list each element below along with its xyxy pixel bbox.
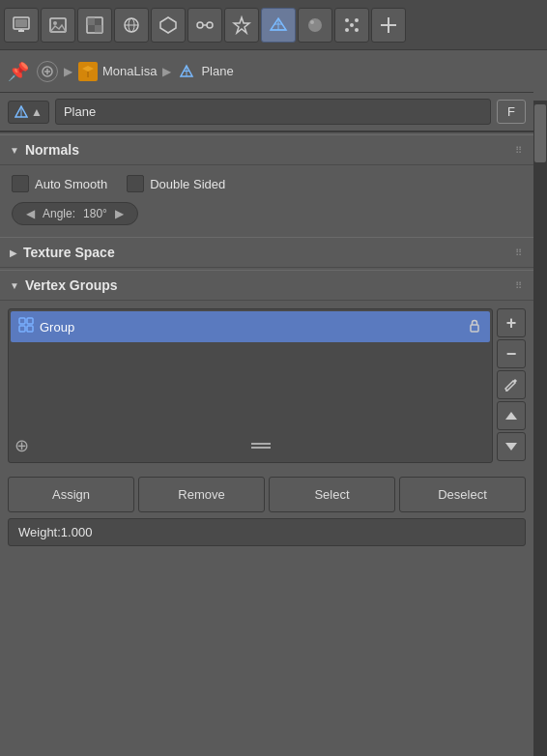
particle-icon[interactable] xyxy=(334,8,369,43)
toolbar xyxy=(0,0,547,50)
texture-icon[interactable] xyxy=(77,8,112,43)
svg-rect-1 xyxy=(15,19,27,27)
weight-bar[interactable]: Weight: 1.000 xyxy=(8,518,526,546)
svg-point-14 xyxy=(207,22,213,28)
object-icon[interactable] xyxy=(151,8,186,43)
physics-icon[interactable] xyxy=(371,8,406,43)
angle-value: 180° xyxy=(83,207,107,220)
vgroup-item-name: Group xyxy=(40,320,74,334)
svg-point-23 xyxy=(355,18,359,22)
modifier-icon[interactable] xyxy=(224,8,259,43)
breadcrumb-object[interactable]: MonaLisa xyxy=(78,62,157,81)
auto-smooth-item[interactable]: Auto Smooth xyxy=(12,175,107,192)
svg-rect-40 xyxy=(19,318,25,324)
breadcrumb-arrow-1: ▶ xyxy=(64,65,72,78)
mesh-name-input[interactable] xyxy=(55,99,491,125)
texture-space-dots: ⠿ xyxy=(515,247,524,258)
weight-value: 1.000 xyxy=(61,525,93,539)
angle-row: ◀ Angle: 180° ▶ xyxy=(12,202,522,225)
weight-label: Weight: xyxy=(18,525,61,539)
vgroup-add-button[interactable]: + xyxy=(497,308,526,337)
vgroup-add-icon[interactable]: ⊕ xyxy=(14,435,29,456)
vertex-groups-dots: ⠿ xyxy=(515,280,524,291)
object-cube-icon xyxy=(78,62,98,81)
mesh-data-icon[interactable] xyxy=(261,8,296,43)
vgroup-list-bottom: ⊕ xyxy=(9,431,492,460)
svg-point-13 xyxy=(197,22,203,28)
remove-button[interactable]: Remove xyxy=(138,477,265,512)
select-button[interactable]: Select xyxy=(269,477,395,512)
vgroup-sidebar: + − xyxy=(497,308,526,463)
breadcrumb-mesh[interactable]: Plane xyxy=(177,62,233,81)
vgroup-drag-icon xyxy=(249,438,273,453)
vgroup-item-icon xyxy=(18,317,34,336)
pin-icon[interactable]: 📌 xyxy=(8,61,29,82)
normals-content: Auto Smooth Double Sided ◀ Angle: 180° ▶ xyxy=(0,165,533,235)
svg-rect-8 xyxy=(95,25,102,33)
deselect-button[interactable]: Deselect xyxy=(399,477,526,512)
link-icon[interactable] xyxy=(37,61,58,82)
vgroup-up-button[interactable] xyxy=(497,401,526,430)
svg-point-20 xyxy=(308,18,322,32)
normals-checkbox-row: Auto Smooth Double Sided xyxy=(12,175,522,192)
svg-rect-41 xyxy=(27,318,33,324)
svg-rect-43 xyxy=(27,326,33,332)
double-sided-checkbox[interactable] xyxy=(127,175,144,192)
svg-point-24 xyxy=(345,28,349,32)
scroll-thumb[interactable] xyxy=(534,104,546,162)
assign-button[interactable]: Assign xyxy=(8,477,134,512)
constraint-icon[interactable] xyxy=(187,8,222,43)
mesh-name: Plane xyxy=(201,64,233,78)
svg-marker-12 xyxy=(160,17,176,33)
render-icon[interactable] xyxy=(4,8,39,43)
render-image-icon[interactable] xyxy=(41,8,75,43)
vertex-groups-section-header[interactable]: Vertex Groups ⠿ xyxy=(0,270,533,301)
angle-label: Angle: xyxy=(43,207,75,220)
vgroup-down-button[interactable] xyxy=(497,432,526,461)
texture-space-title: Texture Space xyxy=(23,245,115,260)
angle-arrow-left: ◀ xyxy=(26,207,35,220)
world-icon[interactable] xyxy=(114,8,149,43)
svg-marker-49 xyxy=(505,443,517,451)
object-name: MonaLisa xyxy=(102,64,157,78)
texture-space-arrow xyxy=(10,247,17,258)
vgroup-list-container: Group ⊕ xyxy=(8,308,526,463)
vgroup-remove-button[interactable]: − xyxy=(497,339,526,368)
normals-title: Normals xyxy=(25,142,79,158)
scrollbar[interactable] xyxy=(533,101,547,756)
normals-dots: ⠿ xyxy=(515,145,524,156)
normals-section-header[interactable]: Normals ⠿ xyxy=(0,134,533,165)
normals-arrow xyxy=(10,145,19,156)
svg-rect-7 xyxy=(87,17,95,25)
angle-arrow-right: ▶ xyxy=(115,207,124,220)
action-buttons: Assign Remove Select Deselect xyxy=(0,471,533,518)
double-sided-label: Double Sided xyxy=(150,177,225,191)
f-button[interactable]: F xyxy=(497,100,526,124)
prop-type-selector[interactable]: ▲ xyxy=(8,101,49,124)
vgroup-lock-icon[interactable] xyxy=(467,318,482,336)
list-item[interactable]: Group xyxy=(11,311,490,342)
svg-point-26 xyxy=(350,23,354,27)
mesh-icon xyxy=(177,62,196,81)
svg-point-22 xyxy=(345,18,349,22)
svg-point-21 xyxy=(310,20,314,24)
prop-name-bar: ▲ F xyxy=(0,93,533,132)
vertex-groups-arrow xyxy=(10,280,19,291)
svg-rect-44 xyxy=(471,325,478,332)
double-sided-item[interactable]: Double Sided xyxy=(127,175,225,192)
breadcrumb: 📌 ▶ MonaLisa ▶ Plan xyxy=(0,50,533,93)
auto-smooth-checkbox[interactable] xyxy=(12,175,29,192)
svg-marker-48 xyxy=(505,412,517,420)
angle-control[interactable]: ◀ Angle: 180° ▶ xyxy=(12,202,138,225)
svg-point-5 xyxy=(53,21,57,25)
breadcrumb-arrow-2: ▶ xyxy=(162,65,171,78)
material-icon[interactable] xyxy=(298,8,332,43)
type-arrow: ▲ xyxy=(31,105,43,119)
svg-rect-42 xyxy=(19,326,25,332)
vertex-groups-content: Group ⊕ xyxy=(0,301,533,471)
vgroup-edit-button[interactable] xyxy=(497,370,526,399)
svg-point-25 xyxy=(355,28,359,32)
vertex-groups-title: Vertex Groups xyxy=(25,277,118,293)
vgroup-list[interactable]: Group ⊕ xyxy=(8,308,493,463)
texture-space-section-header[interactable]: Texture Space ⠿ xyxy=(0,237,533,268)
